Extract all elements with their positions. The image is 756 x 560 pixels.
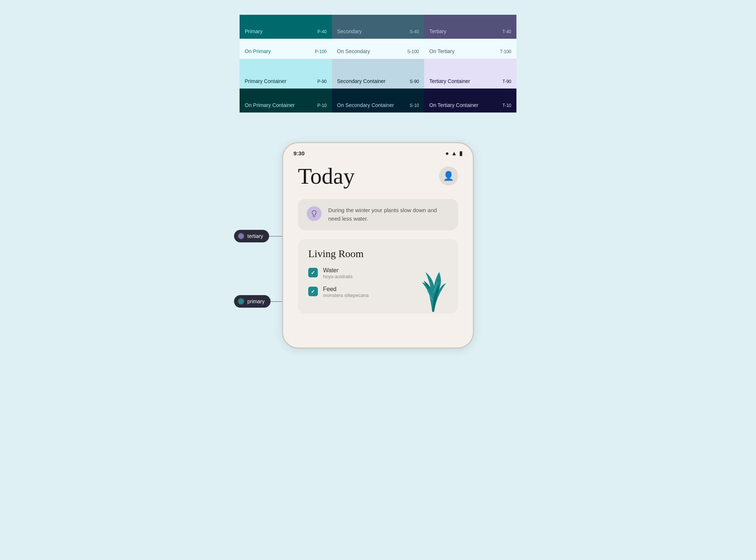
color-palette-grid: PrimaryP-40SecondaryS-40TertiaryT-40On P… [240,15,516,113]
battery-icon: ▮ [459,150,463,157]
phone-frame: 9:30 ● ▲ ▮ Today 👤 [282,142,474,349]
tip-card: During the winter your plants slow down … [298,199,458,230]
status-bar: 9:30 ● ▲ ▮ [283,143,473,160]
task-subtitle-1: hoya australis [323,274,353,279]
phone-mockup: tertiary primary 9:30 ● ▲ ▮ Today [282,142,474,349]
color-code: S-10 [410,103,419,108]
color-label: Primary [245,28,262,34]
tertiary-label: tertiary [247,233,263,239]
color-cell-r1-c1: On SecondaryS-100 [332,39,424,59]
task-subtitle-2: monstera siltepecana [323,293,369,298]
task-name-1: Water [323,267,353,274]
color-code: S-100 [407,49,419,54]
color-label: On Secondary [337,48,370,54]
person-icon: 👤 [443,171,454,181]
page-title: Today [298,163,355,189]
color-label: On Primary [245,48,271,54]
tip-text: During the winter your plants slow down … [328,206,449,223]
task-text-2: Feed monstera siltepecana [323,286,369,298]
primary-badge: primary [234,295,271,308]
avatar-button[interactable]: 👤 [439,166,458,186]
checkbox-2[interactable]: ✓ [308,287,318,296]
color-cell-r2-c1: Secondary ContainerS-90 [332,59,424,89]
color-code: P-40 [317,29,327,34]
color-label: Primary Container [245,78,286,84]
color-code: P-100 [315,49,327,54]
signal-icon: ▲ [451,150,457,157]
color-cell-r3-c2: On Tertiary ContainerT-10 [424,89,516,113]
color-code: P-10 [317,103,327,108]
color-cell-r3-c1: On Secondary ContainerS-10 [332,89,424,113]
color-code: S-90 [410,79,419,84]
color-label: Secondary Container [337,78,386,84]
color-cell-r0-c2: TertiaryT-40 [424,15,516,39]
color-label: On Primary Container [245,102,295,108]
color-cell-r1-c0: On PrimaryP-100 [240,39,332,59]
primary-dot [238,298,244,305]
color-label: On Tertiary [429,48,454,54]
task-text-1: Water hoya australis [323,267,353,279]
phone-header: Today 👤 [298,163,458,189]
color-code: T-40 [502,29,511,34]
color-cell-r3-c0: On Primary ContainerP-10 [240,89,332,113]
status-time: 9:30 [293,150,305,156]
color-label: On Tertiary Container [429,102,478,108]
color-label: Secondary [337,28,362,34]
primary-label: primary [247,298,265,304]
color-label: On Secondary Container [337,102,394,108]
color-label: Tertiary [429,28,446,34]
wifi-icon: ● [445,150,449,157]
tertiary-badge: tertiary [234,230,269,242]
task-name-2: Feed [323,286,369,293]
color-label: Tertiary Container [429,78,470,84]
tertiary-dot [238,233,244,239]
room-card: Living Room ✓ Water hoya australis ✓ [298,239,458,314]
checkmark-icon-2: ✓ [311,288,315,294]
phone-content: Today 👤 During the winter your plants sl… [283,160,473,328]
color-cell-r1-c2: On TertiaryT-100 [424,39,516,59]
color-code: S-40 [410,29,419,34]
color-code: P-90 [317,79,327,84]
color-code: T-90 [502,79,511,84]
checkbox-1[interactable]: ✓ [308,268,318,277]
color-cell-r2-c2: Tertiary ContainerT-90 [424,59,516,89]
checkmark-icon-1: ✓ [311,270,315,276]
bulb-icon [307,206,322,221]
color-cell-r0-c0: PrimaryP-40 [240,15,332,39]
color-code: T-10 [502,103,511,108]
color-code: T-100 [500,49,511,54]
color-cell-r0-c1: SecondaryS-40 [332,15,424,39]
plant-illustration [410,258,454,314]
status-icons: ● ▲ ▮ [445,150,463,157]
color-cell-r2-c0: Primary ContainerP-90 [240,59,332,89]
